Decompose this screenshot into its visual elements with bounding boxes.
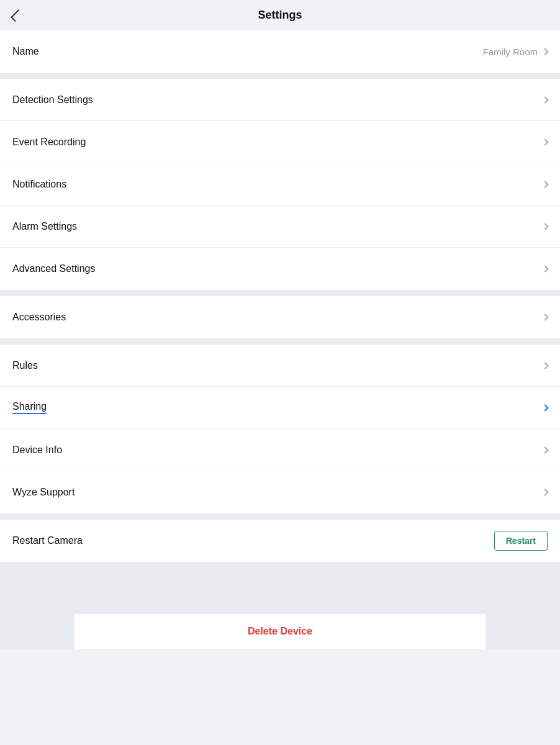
delete-device-container: Delete Device xyxy=(75,614,485,649)
bottom-area: Delete Device xyxy=(0,562,560,649)
chevron-right-icon xyxy=(541,96,548,103)
wyze-support-row[interactable]: Wyze Support xyxy=(0,471,560,513)
name-row[interactable]: Name Family Room xyxy=(0,30,560,73)
alarm-settings-label: Alarm Settings xyxy=(12,221,77,232)
restart-camera-label: Restart Camera xyxy=(12,535,83,546)
chevron-right-icon xyxy=(541,223,548,230)
notifications-label: Notifications xyxy=(12,179,66,190)
sharing-label: Sharing xyxy=(12,401,47,414)
divider-2 xyxy=(0,290,560,296)
settings-group-3: Rules Sharing Device Info Wyze Support xyxy=(0,345,560,513)
event-recording-row[interactable]: Event Recording xyxy=(0,121,560,163)
device-info-label: Device Info xyxy=(12,445,62,456)
page-title: Settings xyxy=(258,9,302,22)
event-recording-label: Event Recording xyxy=(12,137,86,148)
restart-camera-row: Restart Camera Restart xyxy=(0,520,560,562)
rules-row[interactable]: Rules xyxy=(0,345,560,387)
chevron-right-blue-icon xyxy=(541,404,548,411)
accessories-row[interactable]: Accessories xyxy=(0,296,560,338)
chevron-right-icon xyxy=(541,314,548,320)
chevron-right-icon xyxy=(541,138,548,145)
device-info-row[interactable]: Device Info xyxy=(0,429,560,471)
name-section: Name Family Room xyxy=(0,30,560,73)
sharing-row[interactable]: Sharing xyxy=(0,387,560,429)
restart-section: Restart Camera Restart xyxy=(0,520,560,562)
detection-settings-label: Detection Settings xyxy=(12,94,93,106)
name-right: Family Room xyxy=(483,47,548,57)
chevron-right-icon xyxy=(541,446,548,453)
notifications-row[interactable]: Notifications xyxy=(0,163,560,205)
wyze-support-label: Wyze Support xyxy=(12,487,75,498)
chevron-right-icon xyxy=(541,265,548,272)
rules-label: Rules xyxy=(12,360,38,371)
restart-button[interactable]: Restart xyxy=(494,531,548,551)
advanced-settings-label: Advanced Settings xyxy=(12,263,95,274)
sharing-underline-text: Sharing xyxy=(12,401,47,414)
chevron-right-icon xyxy=(541,48,548,55)
accessories-label: Accessories xyxy=(12,312,66,323)
chevron-right-icon xyxy=(541,362,548,369)
chevron-right-icon xyxy=(541,489,548,495)
divider-4 xyxy=(0,513,560,520)
divider-1 xyxy=(0,73,560,79)
advanced-settings-row[interactable]: Advanced Settings xyxy=(0,248,560,290)
back-button[interactable] xyxy=(11,7,22,24)
alarm-settings-row[interactable]: Alarm Settings xyxy=(0,205,560,248)
divider-3 xyxy=(0,338,560,345)
settings-group-1: Detection Settings Event Recording Notif… xyxy=(0,79,560,290)
name-label: Name xyxy=(12,46,39,57)
delete-device-button[interactable]: Delete Device xyxy=(75,614,485,649)
settings-group-2: Accessories xyxy=(0,296,560,338)
detection-settings-row[interactable]: Detection Settings xyxy=(0,79,560,121)
chevron-right-icon xyxy=(541,181,548,187)
back-chevron-icon xyxy=(11,9,23,22)
header: Settings xyxy=(0,0,560,30)
name-value: Family Room xyxy=(483,47,538,57)
